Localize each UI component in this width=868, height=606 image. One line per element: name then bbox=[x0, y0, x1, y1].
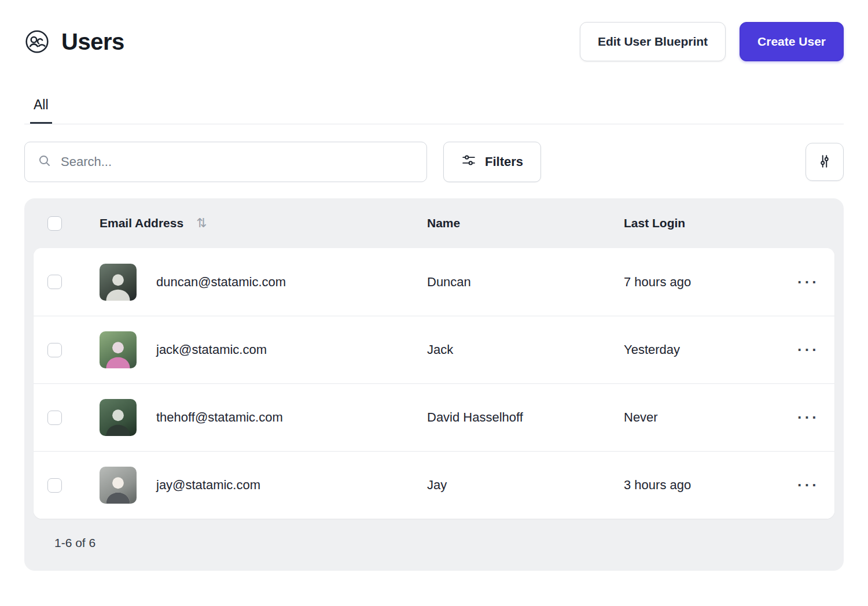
sort-icon[interactable]: ⇅ bbox=[196, 216, 207, 231]
user-last-login: Never bbox=[624, 410, 786, 425]
title-group: Users bbox=[24, 29, 124, 55]
tab-bar: All bbox=[24, 97, 844, 124]
row-actions-button[interactable]: ··· bbox=[796, 474, 821, 496]
column-settings-button[interactable] bbox=[806, 143, 844, 181]
user-email[interactable]: duncan@statamic.com bbox=[156, 275, 286, 290]
edit-user-blueprint-button[interactable]: Edit User Blueprint bbox=[580, 22, 726, 61]
table-row[interactable]: thehoff@statamic.com David Hasselhoff Ne… bbox=[34, 383, 834, 451]
search-box[interactable] bbox=[24, 142, 427, 182]
user-email[interactable]: jay@statamic.com bbox=[156, 478, 260, 493]
search-input[interactable] bbox=[61, 154, 414, 169]
header-actions: Edit User Blueprint Create User bbox=[580, 22, 844, 61]
row-actions-button[interactable]: ··· bbox=[796, 407, 821, 428]
user-last-login: 7 hours ago bbox=[624, 275, 786, 290]
users-page: Users Edit User Blueprint Create User Al… bbox=[0, 0, 868, 571]
search-icon bbox=[38, 154, 52, 170]
sliders-icon bbox=[817, 154, 832, 171]
user-name: Jay bbox=[427, 478, 624, 493]
avatar bbox=[100, 467, 137, 504]
page-title: Users bbox=[61, 29, 124, 55]
filters-button[interactable]: Filters bbox=[443, 142, 541, 182]
toolbar: Filters bbox=[24, 142, 844, 182]
table-row[interactable]: duncan@statamic.com Duncan 7 hours ago ·… bbox=[34, 248, 834, 316]
column-header-name[interactable]: Name bbox=[427, 216, 624, 230]
user-email[interactable]: jack@statamic.com bbox=[156, 342, 267, 357]
row-checkbox[interactable] bbox=[47, 343, 62, 357]
select-all-checkbox[interactable] bbox=[47, 216, 62, 231]
filters-icon bbox=[461, 153, 476, 171]
avatar bbox=[100, 399, 137, 436]
table-row[interactable]: jack@statamic.com Jack Yesterday ··· bbox=[34, 316, 834, 383]
create-user-button[interactable]: Create User bbox=[740, 22, 844, 61]
row-actions-button[interactable]: ··· bbox=[796, 339, 821, 361]
column-header-last-login[interactable]: Last Login bbox=[624, 216, 786, 230]
filters-label: Filters bbox=[485, 154, 523, 169]
table-body: duncan@statamic.com Duncan 7 hours ago ·… bbox=[34, 248, 834, 519]
row-checkbox[interactable] bbox=[47, 275, 62, 289]
user-name: Duncan bbox=[427, 275, 624, 290]
users-icon bbox=[24, 29, 50, 54]
user-last-login: 3 hours ago bbox=[624, 478, 786, 493]
row-checkbox[interactable] bbox=[47, 411, 62, 425]
avatar bbox=[100, 264, 137, 301]
tab-all[interactable]: All bbox=[30, 97, 52, 124]
users-table: Email Address ⇅ Name Last Login duncan@s… bbox=[24, 198, 844, 571]
row-actions-button[interactable]: ··· bbox=[796, 271, 821, 293]
user-last-login: Yesterday bbox=[624, 342, 786, 357]
user-name: Jack bbox=[427, 342, 624, 357]
column-header-email[interactable]: Email Address bbox=[100, 216, 183, 230]
pagination-summary: 1-6 of 6 bbox=[24, 519, 844, 571]
row-checkbox[interactable] bbox=[47, 478, 62, 493]
user-name: David Hasselhoff bbox=[427, 410, 624, 425]
avatar bbox=[100, 331, 137, 368]
user-email[interactable]: thehoff@statamic.com bbox=[156, 410, 283, 425]
table-header-row: Email Address ⇅ Name Last Login bbox=[24, 198, 844, 248]
table-row[interactable]: jay@statamic.com Jay 3 hours ago ··· bbox=[34, 451, 834, 519]
page-header: Users Edit User Blueprint Create User bbox=[24, 22, 844, 61]
